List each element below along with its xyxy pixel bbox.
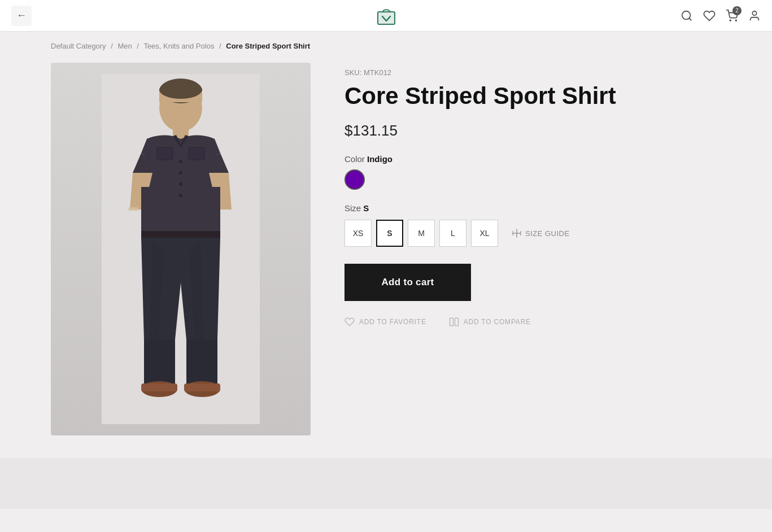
svg-point-21 (179, 194, 182, 197)
svg-point-6 (752, 11, 756, 15)
size-label: Size S (344, 203, 721, 213)
size-options: XS S M L XL SIZE GUIDE (344, 220, 721, 247)
size-xl-button[interactable]: XL (471, 220, 498, 247)
svg-rect-23 (189, 147, 204, 160)
svg-rect-13 (186, 339, 217, 385)
svg-rect-12 (144, 339, 175, 385)
breadcrumb: Default Category / Men / Tees, Knits and… (0, 32, 772, 57)
header-left: ← (11, 6, 32, 26)
back-icon: ← (16, 10, 27, 21)
sku-label: SKU: (344, 68, 361, 77)
svg-line-3 (689, 18, 691, 20)
sku-value: MTK012 (364, 68, 391, 77)
svg-rect-33 (455, 319, 458, 326)
breadcrumb-item-default[interactable]: Default Category (51, 42, 106, 50)
account-icon (748, 10, 761, 22)
header: ← 2 (0, 0, 772, 32)
action-links: ADD TO FAVORITE ADD TO COMPARE (344, 317, 721, 327)
svg-point-5 (735, 20, 736, 21)
header-right: 2 (681, 10, 761, 22)
compare-icon (449, 317, 459, 327)
size-guide-button[interactable]: SIZE GUIDE (512, 228, 570, 238)
logo-container (374, 4, 398, 28)
svg-point-27 (159, 81, 202, 99)
svg-point-4 (730, 20, 731, 21)
svg-rect-16 (141, 383, 177, 391)
breadcrumb-item-current: Core Striped Sport Shirt (226, 42, 310, 50)
account-button[interactable] (748, 10, 761, 22)
breadcrumb-sep-1: / (111, 42, 113, 50)
color-value: Indigo (367, 154, 392, 164)
size-section: Size S XS S M L XL SIZE GUIDE (344, 203, 721, 247)
color-section: Color Indigo (344, 154, 721, 190)
breadcrumb-sep-3: / (219, 42, 221, 50)
cart-button[interactable]: 2 (726, 10, 738, 22)
size-guide-label: SIZE GUIDE (525, 229, 570, 238)
svg-rect-22 (157, 147, 173, 160)
logo-icon (374, 4, 398, 28)
svg-rect-32 (450, 319, 453, 326)
svg-rect-24 (128, 207, 138, 211)
svg-point-2 (682, 11, 691, 19)
sku-container: SKU: MTK012 (344, 68, 721, 77)
color-swatch-indigo[interactable] (344, 169, 365, 190)
svg-rect-0 (378, 12, 395, 24)
svg-point-19 (179, 171, 182, 175)
size-guide-icon (512, 228, 522, 238)
color-label: Color Indigo (344, 154, 721, 164)
product-details: SKU: MTK012 Core Striped Sport Shirt $13… (344, 63, 721, 327)
breadcrumb-sep-2: / (137, 42, 139, 50)
size-m-button[interactable]: M (408, 220, 435, 247)
svg-rect-17 (184, 383, 220, 391)
add-to-compare-button[interactable]: ADD TO COMPARE (449, 317, 531, 327)
size-s-button[interactable]: S (376, 220, 403, 247)
product-title: Core Striped Sport Shirt (344, 82, 721, 110)
cart-badge: 2 (732, 6, 742, 15)
svg-point-18 (179, 160, 182, 163)
back-button[interactable]: ← (11, 6, 32, 26)
bottom-area (0, 458, 772, 509)
product-figure (102, 74, 260, 424)
wishlist-button[interactable] (703, 10, 716, 22)
search-icon (681, 10, 693, 22)
svg-point-20 (179, 182, 182, 186)
product-price: $131.15 (344, 122, 721, 139)
add-to-favorite-label: ADD TO FAVORITE (359, 318, 426, 326)
heart-outline-icon (344, 317, 355, 327)
breadcrumb-item-men[interactable]: Men (117, 42, 132, 50)
product-image-container (51, 63, 311, 435)
add-to-compare-label: ADD TO COMPARE (464, 318, 531, 326)
heart-icon (703, 10, 716, 22)
add-to-cart-button[interactable]: Add to cart (344, 264, 471, 301)
breadcrumb-item-tees[interactable]: Tees, Knits and Polos (143, 42, 214, 50)
size-xs-button[interactable]: XS (344, 220, 372, 247)
add-to-favorite-button[interactable]: ADD TO FAVORITE (344, 317, 426, 327)
product-image (51, 63, 311, 435)
svg-rect-11 (141, 231, 220, 238)
size-value: S (363, 203, 369, 213)
main-content: SKU: MTK012 Core Striped Sport Shirt $13… (0, 57, 772, 458)
search-button[interactable] (681, 10, 693, 22)
size-l-button[interactable]: L (439, 220, 466, 247)
